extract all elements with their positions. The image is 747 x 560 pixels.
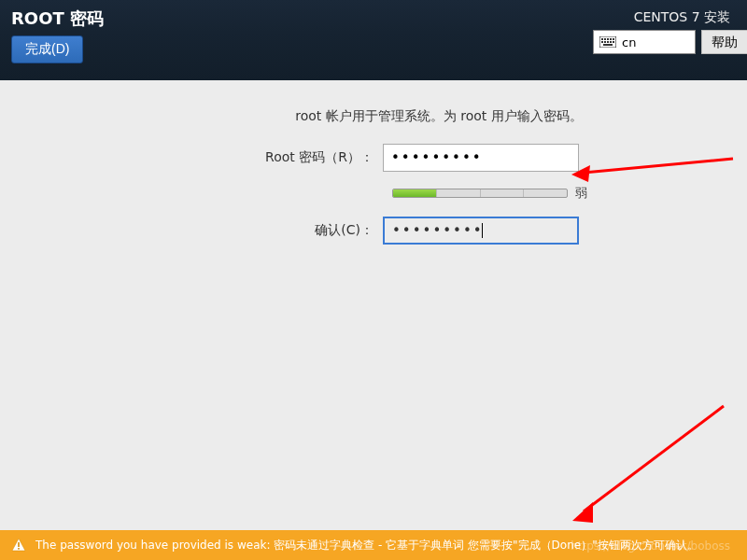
- intro-text: root 帐户用于管理系统。为 root 用户输入密码。: [168, 108, 710, 125]
- password-strength-meter: [392, 189, 568, 198]
- header-right: CENTOS 7 安装 cn 帮助: [593, 30, 747, 54]
- strength-seg-4: [524, 189, 567, 197]
- svg-rect-9: [610, 41, 612, 43]
- svg-rect-1: [601, 38, 603, 40]
- distro-label: CENTOS 7 安装: [634, 9, 730, 26]
- strength-seg-1: [393, 189, 437, 197]
- svg-rect-18: [18, 548, 20, 550]
- svg-rect-7: [604, 41, 606, 43]
- confirm-password-value: •••••••••: [392, 222, 484, 239]
- svg-rect-5: [613, 38, 614, 40]
- annotation-arrow-2: [565, 401, 733, 532]
- svg-rect-11: [603, 44, 613, 46]
- content-area: root 帐户用于管理系统。为 root 用户输入密码。 Root 密码（R）：…: [0, 80, 747, 245]
- svg-rect-2: [604, 38, 606, 40]
- strength-seg-2: [437, 189, 481, 197]
- confirm-row: 确认(C)： •••••••••: [37, 217, 710, 245]
- password-label: Root 密码（R）：: [37, 149, 383, 166]
- keyboard-layout-selector[interactable]: cn: [593, 30, 696, 54]
- strength-label: 弱: [575, 185, 587, 202]
- svg-rect-6: [601, 41, 603, 43]
- svg-rect-4: [610, 38, 612, 40]
- root-password-input[interactable]: [383, 144, 579, 172]
- svg-rect-3: [607, 38, 609, 40]
- keyboard-icon: [599, 36, 616, 48]
- confirm-password-input[interactable]: •••••••••: [383, 217, 579, 245]
- strength-row: 弱: [392, 185, 710, 202]
- help-button[interactable]: 帮助: [701, 30, 747, 54]
- strength-seg-3: [481, 189, 525, 197]
- warning-text: The password you have provided is weak: …: [35, 538, 698, 553]
- svg-rect-8: [607, 41, 609, 43]
- done-button[interactable]: 完成(D): [11, 35, 83, 63]
- svg-rect-10: [613, 41, 614, 43]
- svg-rect-17: [18, 542, 20, 547]
- svg-marker-15: [572, 502, 593, 523]
- header-bar: ROOT 密码 完成(D) CENTOS 7 安装 cn 帮助: [0, 0, 747, 80]
- warning-icon: [11, 538, 26, 553]
- password-row: Root 密码（R）：: [37, 144, 710, 172]
- svg-line-14: [584, 406, 724, 511]
- warning-bar: The password you have provided is weak: …: [0, 530, 747, 560]
- text-cursor: [482, 223, 483, 238]
- confirm-label: 确认(C)：: [37, 222, 383, 239]
- keyboard-layout-text: cn: [622, 35, 636, 49]
